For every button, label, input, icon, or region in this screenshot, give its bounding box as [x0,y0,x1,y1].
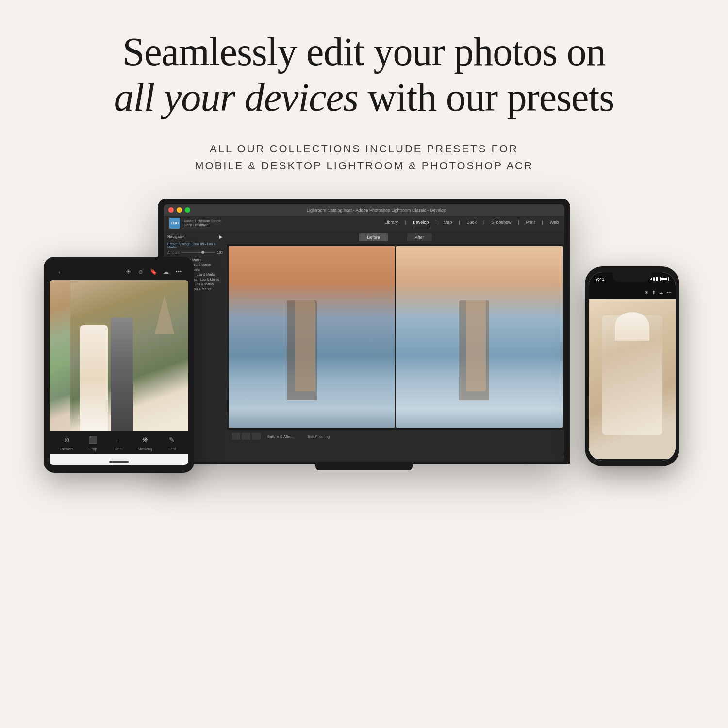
nav-develop[interactable]: Develop [413,220,429,226]
lr-logo: LRC [169,218,180,229]
signal-bar2 [653,277,655,281]
close-dot[interactable] [168,207,174,213]
lr-user: Adobe Lightroom Classic Sara Houlihan [184,219,222,227]
hat-shape [615,312,650,341]
iphone-cloud-icon[interactable]: ☁ [659,290,663,295]
heal-label: Heal [168,447,176,451]
ipad-photo [50,280,188,431]
laptop-outer: Lightroom Catalog.lrcat - Adobe Photosho… [158,199,570,464]
more-icon[interactable]: ••• [174,267,183,277]
iphone-toolbar: ⊙ Presets ⬛ Crop ≡ Edit ❋ Masking [589,459,676,461]
ipad: ‹ ☀ ☺ 🔖 ☁ ••• [44,257,194,473]
nav-slideshow[interactable]: Slideshow [491,220,511,226]
lr-main-photo: Before After [227,231,564,443]
compare-icon[interactable] [252,433,261,440]
after-button[interactable]: After [407,233,432,241]
laptop-stand [315,464,413,470]
iphone-photo [589,299,676,459]
lr-nav: Library | Develop | Map | Book | Slidesh… [384,220,559,226]
ipad-toolbar: ⊙ Presets ⬛ Crop ≡ Edit ❋ Masking [50,431,188,454]
grid-icon[interactable] [232,433,240,440]
bottom-icons [232,433,261,440]
heal-tool[interactable]: ✎ Heal [166,434,178,451]
bookmark-icon[interactable]: 🔖 [149,267,158,277]
nav-library[interactable]: Library [384,220,398,226]
iphone-top-icons: ☀ ⬆ ☁ ••• [589,286,676,299]
titlebar-text: Lightroom Catalog.lrcat - Adobe Photosho… [193,208,560,213]
crop-icon: ⬛ [87,434,99,446]
preset-name: Preset: Vintage Glow 05 - Lou & Marks [167,242,223,249]
presets-icon: ⊙ [61,434,73,446]
amount-control: Amount 100 [167,251,223,254]
edit-tool[interactable]: ≡ Edit [113,434,124,451]
nav-map[interactable]: Map [444,220,452,226]
amount-slider[interactable] [181,252,215,253]
laptop-screen: Lightroom Catalog.lrcat - Adobe Photosho… [164,204,564,455]
masking-icon: ❋ [139,434,151,446]
crop-label: Crop [89,447,97,451]
iphone-share-icon[interactable]: ⬆ [652,290,656,295]
header-section: Seamlessly edit your photos on all your … [114,0,614,184]
battery-icon [660,277,669,281]
edit-label: Edit [115,447,122,451]
iphone-notch [613,272,652,282]
crop-tool[interactable]: ⬛ Crop [87,434,99,451]
before-button[interactable]: Before [359,233,388,241]
before-after-toggle: Before After [227,231,564,244]
before-photo [229,246,395,428]
navigator-label: Navigator ▶ [167,234,223,239]
nav-book[interactable]: Book [467,220,477,226]
laptop: Lightroom Catalog.lrcat - Adobe Photosho… [158,199,570,470]
title-line1: Seamlessly edit your photos on [123,30,606,74]
nav-print[interactable]: Print [526,220,535,226]
sun-icon[interactable]: ☀ [123,267,133,277]
after-photo-image [396,246,563,428]
heal-icon: ✎ [166,434,178,446]
ipad-screen: ⊙ Presets ⬛ Crop ≡ Edit ❋ Masking [50,280,188,465]
masking-label: Masking [138,447,152,451]
iphone-time: 9:41 [596,277,604,281]
title-italic: all your devices [114,75,358,119]
photos-row [227,244,564,430]
ipad-top-bar: ‹ ☀ ☺ 🔖 ☁ ••• [50,265,188,280]
laptop-titlebar: Lightroom Catalog.lrcat - Adobe Photosho… [164,204,564,216]
subtitle-line1: ALL OUR COLLECTIONS INCLUDE PRESETS FOR [210,143,518,155]
before-photo-image [229,246,395,428]
nav-web[interactable]: Web [550,220,559,226]
lr-bottom-bar: Before & After... Soft Proofing [227,430,564,443]
subtitle-line2: MOBILE & DESKTOP LIGHTROOM & PHOTOSHOP A… [195,160,533,172]
laptop-content: Navigator ▶ Preset: Vintage Glow 05 - Lo… [164,231,564,443]
face-icon[interactable]: ☺ [136,267,146,277]
title-normal: with our presets [358,75,614,119]
presets-label: Presets [60,447,73,451]
minimize-dot[interactable] [177,207,182,213]
iphone: 9:41 ☀ ⬆ ☁ ••• [585,266,679,466]
iphone-indicators [650,277,669,281]
iphone-more-icon[interactable]: ••• [666,290,672,295]
iphone-sun-icon[interactable]: ☀ [645,290,649,295]
presets-tool[interactable]: ⊙ Presets [60,434,73,451]
signal-bar3 [656,277,658,281]
devices-container: Lightroom Catalog.lrcat - Adobe Photosho… [24,199,704,635]
main-title: Seamlessly edit your photos on all your … [114,29,614,121]
cloud-icon[interactable]: ☁ [161,267,171,277]
after-photo [396,246,563,428]
masking-tool[interactable]: ❋ Masking [138,434,152,451]
laptop-base [164,455,564,462]
iphone-screen: 9:41 ☀ ⬆ ☁ ••• [589,272,676,461]
edit-icon: ≡ [113,434,124,446]
ipad-home-bar [109,461,129,463]
ipad-outer: ‹ ☀ ☺ 🔖 ☁ ••• [44,257,194,473]
loupe-icon[interactable] [242,433,250,440]
back-icon[interactable]: ‹ [54,267,64,277]
laptop-topbar: LRC Adobe Lightroom Classic Sara Houliha… [164,216,564,231]
subtitle: ALL OUR COLLECTIONS INCLUDE PRESETS FOR … [114,140,614,174]
maximize-dot[interactable] [185,207,190,213]
iphone-outer: 9:41 ☀ ⬆ ☁ ••• [585,266,679,466]
